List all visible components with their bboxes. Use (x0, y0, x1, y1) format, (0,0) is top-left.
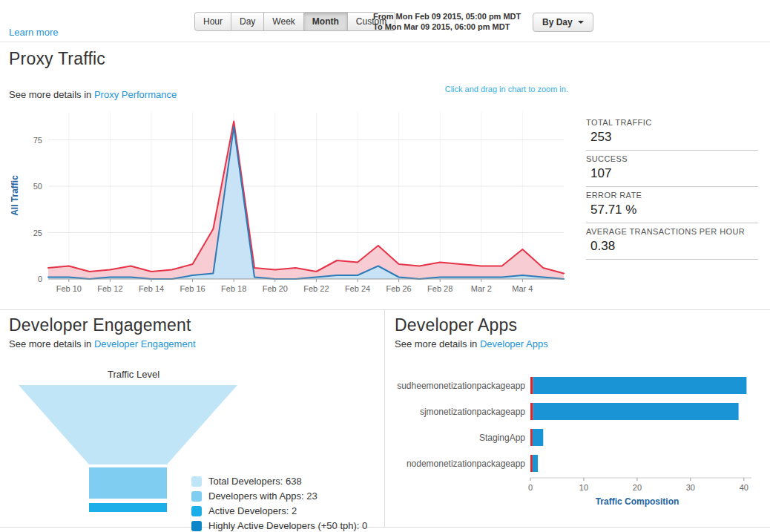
developer-engagement-section: Developer Engagement See more details in… (0, 310, 385, 527)
svg-text:Mar 4: Mar 4 (512, 284, 533, 293)
svg-text:Feb 26: Feb 26 (386, 284, 411, 293)
chart-zoom-hint: Click and drag in chart to zoom in. (445, 85, 568, 93)
legend-item-active-developers: Active Developers: 2 (191, 505, 367, 516)
svg-text:25: 25 (33, 229, 42, 237)
svg-text:Feb 20: Feb 20 (263, 284, 288, 293)
traffic-stats-panel: TOTAL TRAFFIC 253 SUCCESS 107 ERROR RATE… (586, 116, 758, 261)
stat-label: ERROR RATE (586, 191, 758, 200)
svg-text:50: 50 (33, 182, 42, 191)
svg-text:sjmonetizationpackageapp: sjmonetizationpackageapp (420, 407, 525, 417)
svg-text:Feb 18: Feb 18 (221, 284, 246, 293)
developer-engagement-title: Developer Engagement (9, 315, 191, 335)
proxy-subtitle-text: See more details in (9, 89, 94, 100)
developer-apps-title: Developer Apps (395, 315, 517, 335)
range-button-week[interactable]: Week (264, 12, 303, 31)
funnel-legend: Total Developers: 638 Developers with Ap… (191, 476, 367, 532)
stat-label: AVERAGE TRANSACTIONS PER HOUR (586, 227, 758, 236)
proxy-subtitle: See more details in Proxy Performance (9, 89, 177, 100)
svg-text:30: 30 (686, 483, 695, 492)
proxy-traffic-chart[interactable]: 0255075Feb 10Feb 12Feb 14Feb 16Feb 18Feb… (7, 101, 575, 301)
stat-success: SUCCESS 107 (586, 152, 758, 187)
engagement-subtitle: See more details in Developer Engagement (9, 338, 196, 349)
legend-swatch (191, 521, 202, 531)
svg-text:Feb 12: Feb 12 (97, 284, 122, 293)
svg-text:0: 0 (38, 275, 42, 283)
learn-more-link[interactable]: Learn more (9, 27, 58, 38)
svg-text:All Traffic: All Traffic (10, 175, 20, 216)
engagement-subtitle-text: See more details in (9, 338, 94, 349)
time-range-button-group: Hour Day Week Month Custom (194, 12, 395, 31)
legend-item-total-developers: Total Developers: 638 (191, 476, 367, 487)
stat-value: 107 (586, 166, 758, 181)
range-button-month[interactable]: Month (304, 12, 348, 31)
stat-value: 0.38 (586, 239, 758, 254)
apps-subtitle: See more details in Developer Apps (395, 338, 548, 349)
date-range-display: From Mon Feb 09 2015, 05:00 pm MDT To Mo… (373, 11, 521, 32)
developer-apps-section: Developer Apps See more details in Devel… (385, 310, 770, 527)
chevron-down-icon (578, 21, 584, 24)
topbar: Learn more Hour Day Week Month Custom Fr… (0, 0, 770, 42)
bottom-sections: Developer Engagement See more details in… (0, 309, 770, 528)
date-from-text: From Mon Feb 09 2015, 05:00 pm MDT (373, 11, 521, 22)
svg-text:10: 10 (579, 483, 588, 492)
svg-text:Feb 22: Feb 22 (303, 284, 329, 293)
group-by-label: By Day (542, 17, 573, 27)
svg-text:Feb 10: Feb 10 (56, 284, 82, 293)
svg-text:40: 40 (740, 483, 748, 492)
legend-swatch (191, 506, 202, 516)
legend-item-developers-with-apps: Developers with Apps: 23 (191, 490, 367, 502)
proxy-traffic-section: Proxy Traffic See more details in Proxy … (0, 43, 770, 309)
svg-text:Feb 16: Feb 16 (180, 284, 205, 293)
svg-text:sudheemonetizationpackageapp: sudheemonetizationpackageapp (397, 381, 525, 391)
stat-avg-tph: AVERAGE TRANSACTIONS PER HOUR 0.38 (586, 225, 758, 260)
stat-value: 57.71 % (586, 203, 758, 217)
proxy-performance-link[interactable]: Proxy Performance (94, 89, 177, 100)
legend-label: Developers with Apps: 23 (208, 490, 317, 502)
funnel-chart-title: Traffic Level (15, 369, 252, 380)
stat-value: 253 (586, 130, 758, 145)
stat-label: TOTAL TRAFFIC (586, 118, 758, 127)
stat-total-traffic: TOTAL TRAFFIC 253 (586, 116, 758, 151)
developer-engagement-link[interactable]: Developer Engagement (94, 338, 196, 349)
stat-error-rate: ERROR RATE 57.71 % (586, 188, 758, 223)
group-by-dropdown[interactable]: By Day (533, 13, 593, 32)
svg-text:Feb 28: Feb 28 (427, 284, 453, 293)
apps-subtitle-text: See more details in (395, 338, 480, 349)
legend-label: Total Developers: 638 (208, 476, 302, 487)
developer-apps-bar-chart: sudheemonetizationpackageappsjmonetizati… (389, 364, 764, 519)
svg-text:Feb 14: Feb 14 (139, 284, 164, 293)
legend-swatch (191, 491, 202, 502)
svg-text:0: 0 (528, 483, 533, 492)
svg-text:20: 20 (633, 483, 642, 492)
svg-text:Traffic Composition: Traffic Composition (596, 496, 679, 507)
legend-item-highly-active-developers: Highly Active Developers (+50 tph): 0 (191, 520, 367, 531)
svg-text:Mar 2: Mar 2 (471, 284, 492, 293)
svg-text:75: 75 (33, 136, 42, 145)
legend-label: Active Developers: 2 (208, 505, 297, 516)
developer-apps-link[interactable]: Developer Apps (480, 338, 548, 349)
date-to-text: To Mon Mar 09 2015, 06:00 pm MDT (373, 22, 521, 32)
svg-text:Feb 24: Feb 24 (345, 284, 370, 293)
legend-label: Highly Active Developers (+50 tph): 0 (208, 520, 367, 531)
stat-label: SUCCESS (586, 154, 758, 163)
legend-swatch (191, 476, 202, 487)
proxy-traffic-title: Proxy Traffic (9, 49, 105, 69)
range-button-day[interactable]: Day (231, 12, 264, 31)
range-button-hour[interactable]: Hour (194, 12, 231, 31)
svg-text:nodemonetizationpackageapp: nodemonetizationpackageapp (407, 459, 525, 469)
svg-text:StagingApp: StagingApp (479, 433, 525, 443)
